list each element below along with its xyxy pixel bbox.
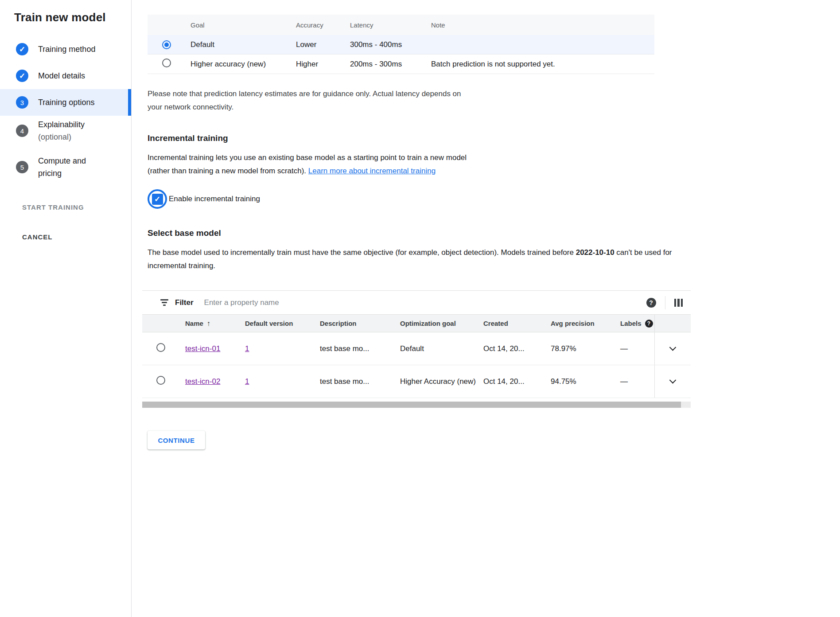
latency-disclaimer: Please note that prediction latency esti… (148, 87, 471, 114)
version-cell: 1 (245, 375, 320, 388)
note-cell: Batch prediction is not supported yet. (431, 60, 654, 69)
step-label: Training method (38, 43, 95, 55)
continue-button[interactable]: CONTINUE (148, 431, 205, 449)
goal-table: Goal Accuracy Latency Note Default Lower… (148, 15, 654, 74)
version-cell: 1 (245, 343, 320, 355)
created-cell: Oct 14, 20... (483, 375, 551, 388)
column-display-options-icon[interactable] (674, 299, 683, 307)
created-cell: Oct 14, 20... (483, 343, 551, 355)
sidebar-step-training-method[interactable]: ✓ Training method (0, 36, 131, 62)
model-row-test-icn-02[interactable]: test-icn-02 1 test base mo... Higher Acc… (142, 365, 691, 398)
step-number-icon: 4 (16, 125, 28, 137)
step-label: Training options (38, 96, 94, 109)
expand-row-cell (654, 365, 691, 398)
checkbox-focus-ring: ✓ (148, 189, 167, 209)
model-test-icn-02-radio[interactable] (156, 376, 165, 385)
name-cell: test-icn-01 (185, 343, 245, 355)
optimization-goal-cell: Higher Accuracy (new) (400, 375, 483, 388)
model-header-labels-label: Labels (620, 320, 642, 327)
radio-cell (148, 59, 191, 70)
enable-incremental-training-checkbox[interactable]: ✓ (152, 194, 163, 205)
step-sublabel: (optional) (38, 133, 71, 141)
step-label: Compute and pricing (38, 155, 105, 180)
cancel-button[interactable]: CANCEL (22, 233, 131, 241)
incremental-training-heading: Incremental training (148, 133, 840, 143)
goal-header-latency: Latency (350, 21, 431, 29)
goal-table-header: Goal Accuracy Latency Note (148, 15, 654, 35)
accuracy-cell: Higher (296, 60, 350, 69)
model-header-name: Name ↑ (185, 320, 245, 328)
goal-cell: Higher accuracy (new) (191, 60, 296, 69)
expand-row-chevron-icon[interactable] (669, 344, 677, 351)
sidebar: Train new model ✓ Training method ✓ Mode… (0, 0, 132, 617)
sidebar-step-compute-pricing[interactable]: 5 Compute and pricing (0, 152, 131, 182)
model-version-link[interactable]: 1 (245, 377, 249, 386)
base-model-cutoff-date: 2022-10-10 (576, 248, 614, 257)
radio-cell (142, 376, 185, 387)
model-name-link[interactable]: test-icn-01 (185, 343, 220, 355)
base-model-description-before: The base model used to incrementally tra… (148, 248, 576, 257)
model-header-description: Description (320, 320, 400, 327)
select-base-model-heading: Select base model (148, 228, 840, 238)
optimization-goal-cell: Default (400, 343, 483, 355)
model-header-default-version: Default version (245, 320, 320, 327)
sidebar-step-model-details[interactable]: ✓ Model details (0, 62, 131, 89)
model-version-link[interactable]: 1 (245, 344, 249, 353)
filter-label: Filter (175, 298, 194, 307)
model-header-name-label: Name (185, 320, 203, 327)
expand-row-cell (654, 332, 691, 365)
accuracy-cell: Lower (296, 40, 350, 49)
model-header-labels: Labels ? (620, 320, 654, 328)
step-label-text: Explainability (38, 120, 85, 129)
train-new-model-page: Train new model ✓ Training method ✓ Mode… (0, 0, 840, 617)
base-model-table-block: Filter ? Name ↑ Default version Descript… (142, 290, 691, 398)
enable-incremental-training-row: ✓ Enable incremental training (148, 189, 840, 209)
model-header-avg-precision: Avg precision (551, 320, 620, 327)
goal-row-default[interactable]: Default Lower 300ms - 400ms (148, 35, 654, 55)
step-completed-check-icon: ✓ (16, 70, 28, 82)
filter-icon[interactable] (160, 299, 169, 306)
goal-header-note: Note (431, 21, 654, 29)
avg-precision-cell: 78.97% (551, 343, 620, 355)
model-header-optimization-goal: Optimization goal (400, 320, 483, 327)
filter-bar: Filter ? (142, 291, 691, 315)
horizontal-scrollbar-thumb[interactable] (142, 402, 681, 408)
goal-default-radio[interactable] (162, 40, 171, 49)
latency-cell: 300ms - 400ms (350, 40, 431, 49)
model-header-expand-spacer (654, 315, 691, 332)
filter-input[interactable] (204, 298, 646, 307)
model-table-header: Name ↑ Default version Description Optim… (142, 315, 691, 332)
latency-cell: 200ms - 300ms (350, 60, 431, 69)
goal-header-goal: Goal (191, 21, 296, 29)
learn-more-link[interactable]: Learn more about incremental training (308, 167, 436, 175)
step-number-icon: 3 (16, 96, 28, 109)
model-name-link[interactable]: test-icn-02 (185, 376, 220, 387)
labels-cell: — (620, 375, 654, 388)
goal-higher-accuracy-radio[interactable] (162, 59, 171, 67)
sidebar-step-explainability[interactable]: 4 Explainability (optional) (0, 116, 131, 146)
radio-cell (148, 40, 191, 49)
goal-row-higher-accuracy[interactable]: Higher accuracy (new) Higher 200ms - 300… (148, 55, 654, 74)
radio-cell (142, 343, 185, 354)
main-content: Goal Accuracy Latency Note Default Lower… (132, 0, 840, 617)
step-label: Explainability (optional) (38, 118, 85, 143)
sidebar-step-training-options[interactable]: 3 Training options (0, 89, 131, 116)
labels-help-icon[interactable]: ? (645, 320, 653, 328)
filter-help-icon[interactable]: ? (646, 298, 656, 308)
horizontal-scrollbar-track (142, 402, 691, 408)
expand-row-chevron-icon[interactable] (669, 377, 677, 384)
incremental-training-description: Incremental training lets you use an exi… (148, 151, 479, 178)
model-header-created: Created (483, 320, 551, 327)
step-number-icon: 5 (16, 161, 28, 173)
model-row-test-icn-01[interactable]: test-icn-01 1 test base mo... Default Oc… (142, 332, 691, 365)
step-nav: ✓ Training method ✓ Model details 3 Trai… (0, 36, 131, 182)
step-completed-check-icon: ✓ (16, 43, 28, 55)
model-test-icn-01-radio[interactable] (156, 343, 165, 352)
description-cell: test base mo... (320, 343, 400, 355)
goal-header-accuracy: Accuracy (296, 21, 350, 29)
filter-divider (665, 296, 665, 309)
name-cell: test-icn-02 (185, 375, 245, 388)
sort-ascending-icon[interactable]: ↑ (207, 320, 210, 328)
start-training-button[interactable]: START TRAINING (22, 203, 131, 211)
labels-cell: — (620, 343, 654, 355)
